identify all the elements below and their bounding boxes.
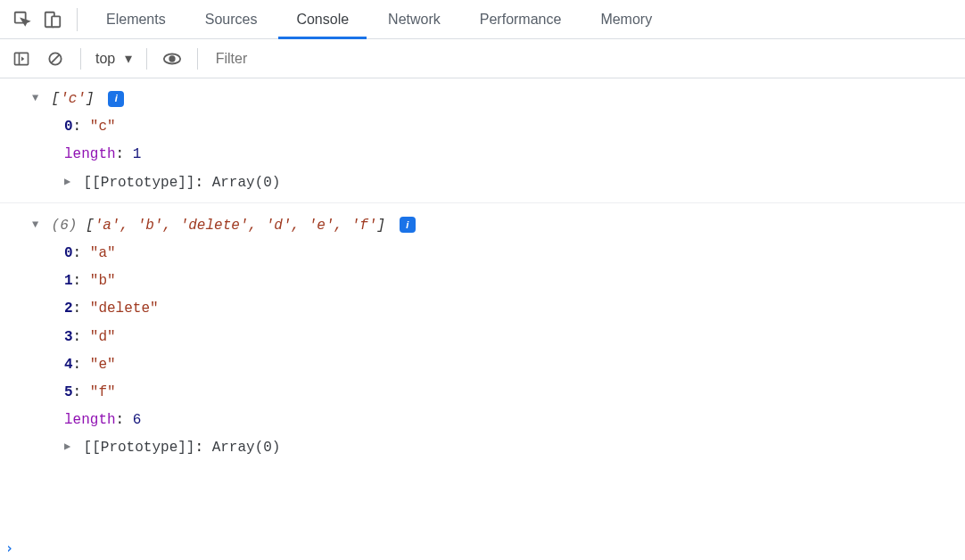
property-value: 1	[133, 146, 142, 162]
property-row[interactable]: 2: "delete"	[64, 295, 965, 323]
property-key: 5	[64, 384, 73, 400]
log-separator	[0, 202, 965, 203]
tab-sources[interactable]: Sources	[187, 0, 276, 39]
disclosure-triangle-closed-icon[interactable]: ▶	[64, 437, 75, 457]
property-row[interactable]: length: 6	[64, 407, 965, 434]
array-preview-item: 'c'	[60, 91, 86, 107]
property-key: 1	[64, 273, 73, 289]
property-value: "d"	[90, 329, 116, 345]
property-value: "a"	[90, 245, 116, 261]
tab-label: Sources	[205, 12, 258, 28]
devtools-tabbar: Elements Sources Console Network Perform…	[0, 0, 965, 39]
property-key: [[Prototype]]	[84, 440, 195, 456]
live-expression-icon[interactable]	[160, 46, 185, 71]
property-key: 4	[64, 357, 73, 373]
console-output: ▼ ['c'] i 0: "c" length: 1 ▶ [[Prototype…	[0, 78, 965, 467]
property-value: 6	[133, 412, 142, 428]
dropdown-triangle-icon: ▾	[125, 50, 132, 67]
property-key: [[Prototype]]	[84, 175, 195, 191]
console-object-summary[interactable]: ▼ ['c'] i	[25, 86, 965, 113]
property-row[interactable]: 0: "a"	[64, 240, 965, 268]
clear-console-icon[interactable]	[43, 46, 68, 71]
property-value: "f"	[90, 384, 116, 400]
property-row[interactable]: 3: "d"	[64, 324, 965, 351]
tab-console[interactable]: Console	[278, 0, 367, 39]
tab-label: Performance	[480, 12, 562, 28]
console-prompt-icon[interactable]: ›	[5, 540, 13, 556]
prototype-row[interactable]: ▶ [[Prototype]]: Array(0)	[64, 169, 965, 197]
divider	[197, 48, 198, 70]
property-key: 2	[64, 301, 73, 317]
context-selector-label: top	[95, 51, 115, 66]
property-key: length	[64, 412, 116, 428]
tab-label: Memory	[600, 12, 652, 28]
tab-memory[interactable]: Memory	[582, 0, 670, 39]
device-toolbar-icon[interactable]	[39, 6, 66, 33]
property-key: 0	[64, 245, 73, 261]
context-selector[interactable]: top ▾	[95, 50, 132, 67]
divider	[146, 48, 147, 70]
tab-label: Network	[388, 12, 441, 28]
property-row[interactable]: 5: "f"	[64, 379, 965, 407]
property-key: 3	[64, 329, 73, 345]
property-row[interactable]: length: 1	[64, 141, 965, 169]
info-badge-icon[interactable]: i	[400, 217, 416, 233]
disclosure-triangle-open-icon[interactable]: ▼	[32, 88, 43, 109]
svg-line-7	[51, 54, 59, 62]
property-row[interactable]: 4: "e"	[64, 351, 965, 379]
property-value: "c"	[90, 119, 116, 135]
disclosure-triangle-open-icon[interactable]: ▼	[32, 215, 43, 235]
svg-marker-5	[21, 56, 24, 61]
array-count: (6)	[52, 218, 78, 234]
property-key: length	[64, 146, 116, 162]
prototype-row[interactable]: ▶ [[Prototype]]: Array(0)	[64, 434, 965, 462]
tab-label: Elements	[106, 12, 166, 28]
inspect-element-icon[interactable]	[9, 6, 36, 33]
console-object-summary[interactable]: ▼ (6) ['a', 'b', 'delete', 'd', 'e', 'f'…	[25, 212, 965, 240]
console-sidebar-toggle-icon[interactable]	[9, 46, 34, 71]
property-value: "b"	[90, 273, 116, 289]
filter-wrap	[210, 45, 956, 72]
console-toolbar: top ▾	[0, 39, 965, 78]
property-value: Array(0)	[212, 440, 281, 456]
info-badge-icon[interactable]: i	[108, 91, 124, 107]
property-value: "delete"	[90, 301, 159, 317]
property-value: Array(0)	[212, 175, 281, 191]
array-preview-item: 'a', 'b', 'delete', 'd', 'e', 'f'	[95, 218, 377, 234]
disclosure-triangle-closed-icon[interactable]: ▶	[64, 172, 75, 193]
svg-rect-2	[52, 16, 60, 27]
object-properties: 0: "a" 1: "b" 2: "delete" 3: "d" 4: "e" …	[25, 240, 965, 463]
divider	[77, 8, 78, 31]
filter-input[interactable]	[210, 45, 956, 72]
property-value: "e"	[90, 357, 116, 373]
tab-elements[interactable]: Elements	[88, 0, 184, 39]
tab-performance[interactable]: Performance	[462, 0, 580, 39]
tab-label: Console	[296, 12, 349, 28]
object-properties: 0: "c" length: 1 ▶ [[Prototype]]: Array(…	[25, 113, 965, 197]
property-row[interactable]: 0: "c"	[64, 113, 965, 141]
tab-network[interactable]: Network	[370, 0, 458, 39]
property-key: 0	[64, 119, 73, 135]
divider	[80, 48, 81, 70]
svg-point-9	[169, 56, 175, 62]
property-row[interactable]: 1: "b"	[64, 268, 965, 295]
